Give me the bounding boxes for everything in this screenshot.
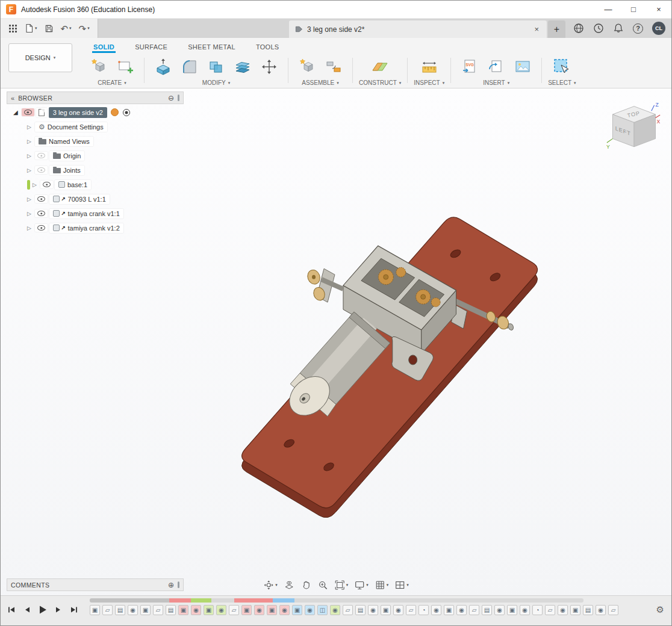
panel-resize-grip[interactable] xyxy=(178,581,179,588)
measure-button[interactable] xyxy=(417,55,442,79)
maximize-button[interactable]: □ xyxy=(621,1,646,18)
viewport-canvas[interactable]: « BROWSER ⊖ ◢ 3 leg one side v2 ▷⚙Docume… xyxy=(1,88,671,595)
app-grid-button[interactable] xyxy=(7,22,19,35)
timeline-feature-sketch[interactable]: ▱ xyxy=(469,605,479,615)
timeline-feature-extrude[interactable]: ▤ xyxy=(115,605,125,615)
help-button[interactable]: ? xyxy=(633,23,643,34)
orbit-button[interactable]: ▾ xyxy=(261,578,280,592)
timeline-feature-extrude[interactable]: ▤ xyxy=(583,605,593,615)
timeline-feature-component[interactable]: ▣ xyxy=(444,605,454,615)
browser-item[interactable]: ▷⚙Document Settings xyxy=(27,120,184,133)
view-cube[interactable]: TOP LEFT Y X Z xyxy=(605,101,663,158)
viewports-button[interactable]: ▾ xyxy=(392,578,411,592)
shell-button[interactable] xyxy=(230,55,255,79)
tab-surface[interactable]: SURFACE xyxy=(134,43,169,53)
close-tab-button[interactable]: × xyxy=(532,25,541,34)
insert-derive-button[interactable] xyxy=(484,55,509,79)
tab-tools[interactable]: TOOLS xyxy=(255,43,281,53)
timeline-feature-joint[interactable]: ◉ xyxy=(216,605,226,615)
play-button[interactable] xyxy=(37,604,49,616)
timeline-feature-component[interactable]: ▣ xyxy=(204,605,214,615)
timeline-feature-joint[interactable]: ◉ xyxy=(558,605,568,615)
expand-arrow-icon[interactable]: ▷ xyxy=(27,196,33,202)
browser-item[interactable]: ▷↗tamiya crank v1:2 xyxy=(27,222,184,234)
decal-button[interactable] xyxy=(510,55,535,79)
timeline-feature-joint[interactable]: ◉ xyxy=(393,605,403,615)
timeline-feature-sketch[interactable]: ▱ xyxy=(343,605,353,615)
browser-item-label[interactable]: ⚙Document Settings xyxy=(35,122,107,132)
create-group-dropdown[interactable]: CREATE▾ xyxy=(86,79,138,86)
timeline-group-marker[interactable] xyxy=(294,598,583,603)
new-tab-button[interactable]: + xyxy=(548,20,565,38)
timeline-feature-joint[interactable]: ◉ xyxy=(368,605,378,615)
tab-sheet-metal[interactable]: SHEET METAL xyxy=(187,43,237,53)
document-tab[interactable]: 3 leg one side v2* × xyxy=(289,20,547,38)
browser-item-label[interactable]: ↗70093 L v1:1 xyxy=(49,194,110,204)
timeline-feature-joint[interactable]: ◉ xyxy=(254,605,264,615)
browser-item-label[interactable]: ↗tamiya crank v1:2 xyxy=(49,223,123,233)
comments-panel[interactable]: COMMENTS ⊕ xyxy=(7,578,184,591)
notifications-button[interactable] xyxy=(613,23,624,34)
grid-snaps-button[interactable]: ▾ xyxy=(372,578,391,592)
visibility-toggle[interactable] xyxy=(35,195,48,203)
construct-group-dropdown[interactable]: CONSTRUCT▾ xyxy=(359,79,401,86)
fit-button[interactable]: ▾ xyxy=(332,578,351,592)
visibility-toggle[interactable] xyxy=(35,166,48,174)
workspace-selector[interactable]: DESIGN ▾ xyxy=(8,43,72,72)
timeline-group-marker[interactable] xyxy=(90,598,169,603)
redo-button[interactable]: ↷▾ xyxy=(77,22,92,35)
timeline-feature-revolve[interactable]: ◔ xyxy=(532,605,543,615)
pan-button[interactable] xyxy=(298,578,314,592)
tab-solid[interactable]: SOLID xyxy=(92,43,116,53)
root-expand-arrow-icon[interactable]: ◢ xyxy=(13,109,18,116)
inspect-group-dropdown[interactable]: INSPECT▾ xyxy=(414,79,444,86)
timeline-feature-mirror[interactable]: ◫ xyxy=(317,605,328,615)
browser-item-label[interactable]: Origin xyxy=(49,151,84,161)
browser-item[interactable]: ▷Joints xyxy=(27,164,184,176)
expand-comments-button[interactable]: ⊕ xyxy=(168,581,174,589)
browser-item-label[interactable]: ↗tamiya crank v1:1 xyxy=(49,209,123,218)
timeline-feature-extrude[interactable]: ▤ xyxy=(355,605,366,615)
timeline-feature-joint[interactable]: ◉ xyxy=(431,605,441,615)
expand-arrow-icon[interactable]: ▷ xyxy=(27,138,33,144)
minimize-panel-button[interactable]: ⊖ xyxy=(168,95,174,102)
timeline-feature-component[interactable]: ▣ xyxy=(507,605,517,615)
construction-plane-button[interactable] xyxy=(367,55,393,79)
timeline-feature-sketch[interactable]: ▱ xyxy=(102,605,113,615)
assemble-new-component-button[interactable] xyxy=(294,55,320,79)
timeline-group-marker[interactable] xyxy=(191,598,211,603)
save-button[interactable] xyxy=(43,22,55,35)
browser-item-label[interactable]: base:1 xyxy=(55,180,91,190)
visibility-toggle[interactable] xyxy=(35,224,48,232)
timeline-feature-revolve[interactable]: ◔ xyxy=(418,605,429,615)
visibility-toggle[interactable] xyxy=(35,209,48,217)
expand-arrow-icon[interactable]: ▷ xyxy=(33,182,39,188)
file-menu-button[interactable]: ▾ xyxy=(23,22,39,35)
timeline-feature-component[interactable]: ▣ xyxy=(267,605,277,615)
create-sketch-button[interactable] xyxy=(113,55,138,79)
browser-item[interactable]: ▷↗70093 L v1:1 xyxy=(27,193,184,205)
browser-item-label[interactable]: Named Views xyxy=(35,137,93,146)
zoom-button[interactable] xyxy=(315,578,331,592)
timeline-feature-component[interactable]: ▣ xyxy=(241,605,252,615)
display-settings-button[interactable]: ▾ xyxy=(352,578,371,592)
expand-arrow-icon[interactable]: ▷ xyxy=(27,167,33,173)
visibility-toggle[interactable] xyxy=(40,181,53,188)
job-status-button[interactable] xyxy=(593,23,604,34)
timeline-group-marker[interactable] xyxy=(273,598,294,603)
timeline-feature-sketch[interactable]: ▱ xyxy=(229,605,239,615)
select-button[interactable] xyxy=(549,55,574,79)
joint-button[interactable] xyxy=(321,55,346,79)
skip-to-end-button[interactable] xyxy=(68,604,80,616)
timeline-feature-sketch[interactable]: ▱ xyxy=(545,605,555,615)
look-at-button[interactable] xyxy=(281,578,297,592)
timeline-feature-component[interactable]: ▣ xyxy=(90,605,100,615)
new-component-button[interactable] xyxy=(86,55,111,79)
browser-item[interactable]: ▷Named Views xyxy=(27,135,184,147)
timeline-feature-component[interactable]: ▣ xyxy=(178,605,188,615)
next-feature-button[interactable] xyxy=(52,604,64,616)
timeline-feature-joint[interactable]: ◉ xyxy=(279,605,290,615)
timeline-feature-joint[interactable]: ◉ xyxy=(128,605,138,615)
timeline-feature-extrude[interactable]: ▤ xyxy=(166,605,176,615)
left-crank[interactable] xyxy=(306,268,343,303)
